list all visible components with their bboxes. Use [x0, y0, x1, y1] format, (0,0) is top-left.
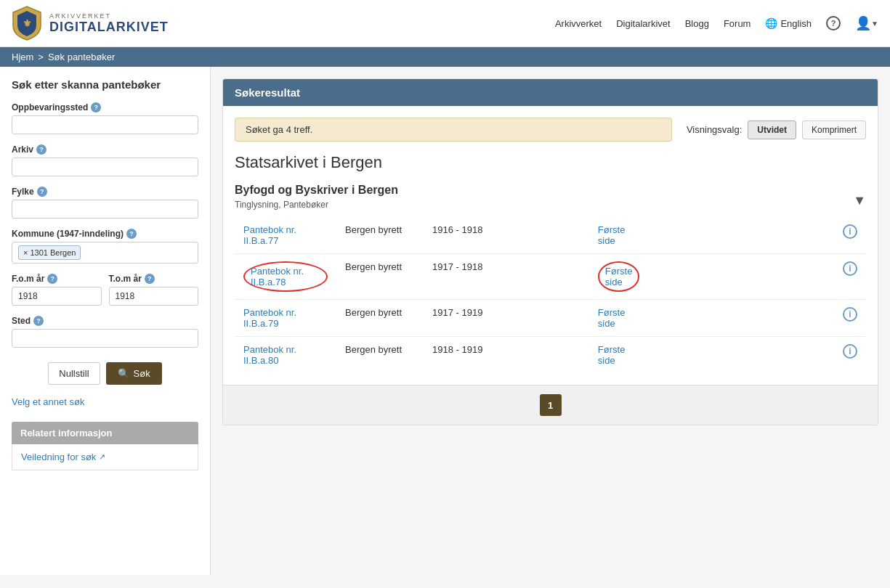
chevron-down-icon: ▼: [871, 20, 878, 28]
fom-input[interactable]: [12, 287, 102, 306]
nav-arkivverket[interactable]: Arkivverket: [555, 18, 602, 29]
alt-search-anchor[interactable]: Velg et annet søk: [12, 396, 84, 407]
domstol-cell: Bergen byrett: [336, 217, 424, 254]
extra-cell-1: [648, 300, 741, 337]
logo-text: ARKIVVERKET DIGITALARKIVET: [49, 12, 169, 35]
table-row: Pantebok nr. II.B.a.77Bergen byrett1916 …: [235, 217, 866, 254]
info-cell: i: [834, 217, 866, 254]
pantebok-cell: Pantebok nr. II.B.a.79: [235, 300, 336, 337]
table-row: Pantebok nr. II.B.a.78Bergen byrett1917 …: [235, 254, 866, 300]
forste-side-link[interactable]: Første side: [598, 344, 626, 366]
forste-side-cell: Første side: [589, 337, 649, 374]
years-cell: 1916 - 1918: [424, 217, 496, 254]
search-icon: 🔍: [118, 368, 129, 379]
nullstill-button[interactable]: Nullstill: [48, 362, 100, 385]
arkiv-label: Arkiv ?: [12, 144, 198, 155]
help-button[interactable]: ?: [826, 16, 841, 30]
year-range-row: F.o.m år ? T.o.m år ?: [12, 274, 198, 316]
nav-forum[interactable]: Forum: [724, 18, 751, 29]
kommune-label: Kommune (1947-inndeling) ?: [12, 229, 198, 239]
pantebok-link[interactable]: Pantebok nr. II.B.a.80: [243, 344, 296, 366]
breadcrumb-separator: >: [38, 52, 44, 62]
pantebok-link[interactable]: Pantebok nr. II.B.a.79: [243, 307, 296, 329]
years-cell: 1918 - 1919: [424, 337, 496, 374]
oppbevaringssted-input[interactable]: [12, 115, 198, 134]
utvidet-button[interactable]: Utvidet: [748, 121, 796, 139]
extra-cell-1: [648, 337, 741, 374]
kommune-help-icon[interactable]: ?: [126, 229, 137, 239]
sok-button[interactable]: 🔍 Søk: [106, 362, 162, 385]
fylke-help-icon[interactable]: ?: [37, 187, 47, 197]
fylke-group: Fylke ?: [12, 187, 198, 219]
external-link-icon: ↗: [99, 452, 105, 462]
sidebar-title: Søk etter skanna pantebøker: [12, 78, 198, 91]
collapse-button[interactable]: ▼: [853, 193, 866, 208]
pantebok-link[interactable]: Pantebok nr. II.B.a.77: [243, 224, 296, 246]
kommune-input[interactable]: × 1301 Bergen: [12, 242, 198, 264]
info-cell: i: [834, 300, 866, 337]
arkiv-group: Arkiv ?: [12, 144, 198, 176]
extra-cell-2: [741, 337, 834, 374]
button-row: Nullstill 🔍 Søk: [12, 362, 198, 385]
results-body: Søket ga 4 treff. Visningsvalg: Utvidet …: [223, 106, 878, 385]
pantebok-cell: Pantebok nr. II.B.a.80: [235, 337, 336, 374]
visningsvalg: Visningsvalg: Utvidet Komprimert: [687, 121, 866, 139]
sted-help-icon[interactable]: ?: [33, 316, 44, 326]
logo-digitalarkivet-text: DIGITALARKIVET: [49, 20, 169, 35]
forste-side-link[interactable]: Første side: [598, 224, 626, 246]
user-menu-button[interactable]: 👤 ▼: [855, 15, 878, 31]
forste-side-cell: Første side: [589, 254, 649, 300]
oppbevaringssted-label: Oppbevaringssted ?: [12, 102, 198, 113]
extra-cell-1: [648, 254, 741, 300]
forste-side-cell: Første side: [589, 217, 649, 254]
info-icon[interactable]: i: [843, 344, 857, 359]
extra-cell-2: [741, 254, 834, 300]
breadcrumb: Hjem > Søk pantebøker: [0, 47, 890, 67]
page-1-button[interactable]: 1: [540, 394, 562, 416]
veiledning-link[interactable]: Veiledning for søk ↗: [21, 452, 189, 462]
forste-side-link[interactable]: Første side: [598, 261, 640, 292]
search-hits-bar: Søket ga 4 treff.: [235, 118, 672, 142]
help-icon: ?: [826, 16, 841, 30]
tom-group: T.o.m år ?: [109, 274, 199, 306]
info-icon[interactable]: i: [843, 224, 857, 239]
fom-help-icon[interactable]: ?: [47, 274, 57, 284]
breadcrumb-home[interactable]: Hjem: [12, 52, 33, 62]
info-icon[interactable]: i: [843, 307, 857, 322]
alt-search-link: Velg et annet søk: [12, 396, 198, 407]
extra-cell-1: [648, 217, 741, 254]
sted-group: Sted ?: [12, 316, 198, 348]
years-cell: 1917 - 1918: [424, 254, 496, 300]
arkiv-input[interactable]: [12, 158, 198, 176]
info-cell: i: [834, 254, 866, 300]
main-layout: Søk etter skanna pantebøker Oppbevarings…: [0, 67, 890, 575]
komprimert-button[interactable]: Komprimert: [802, 121, 866, 139]
oppbevaringssted-help-icon[interactable]: ?: [91, 102, 101, 113]
nav-blogg[interactable]: Blogg: [685, 18, 709, 29]
info-cell: i: [834, 337, 866, 374]
empty-cell: [496, 337, 589, 374]
pantebok-cell: Pantebok nr. II.B.a.77: [235, 217, 336, 254]
arkiv-help-icon[interactable]: ?: [36, 144, 46, 155]
pantebok-cell: Pantebok nr. II.B.a.78: [235, 254, 336, 300]
visningsvalg-label: Visningsvalg:: [687, 124, 742, 135]
nav-language[interactable]: 🌐 English: [765, 17, 812, 29]
domstol-cell: Bergen byrett: [336, 300, 424, 337]
nav-digitalarkivet[interactable]: Digitalarkivet: [616, 18, 670, 29]
info-icon[interactable]: i: [843, 261, 857, 276]
tom-input[interactable]: [109, 287, 199, 306]
content: Søkeresultat Søket ga 4 treff. Visningsv…: [211, 67, 890, 575]
fonds-header: Byfogd og Byskriver i Bergen Tinglysning…: [235, 184, 866, 217]
pantebok-link[interactable]: Pantebok nr. II.B.a.78: [243, 261, 328, 292]
logo-arkivverket-text: ARKIVVERKET: [49, 12, 169, 20]
tom-label: T.o.m år ?: [109, 274, 199, 284]
years-cell: 1917 - 1919: [424, 300, 496, 337]
fonds-subtitle: Tinglysning, Pantebøker: [235, 200, 398, 210]
sted-input[interactable]: [12, 329, 198, 348]
header-nav: Arkivverket Digitalarkivet Blogg Forum 🌐…: [555, 15, 878, 31]
extra-cell-2: [741, 300, 834, 337]
tom-help-icon[interactable]: ?: [145, 274, 155, 284]
fylke-input[interactable]: [12, 200, 198, 219]
kommune-tag[interactable]: × 1301 Bergen: [18, 245, 81, 260]
forste-side-link[interactable]: Første side: [598, 307, 626, 329]
